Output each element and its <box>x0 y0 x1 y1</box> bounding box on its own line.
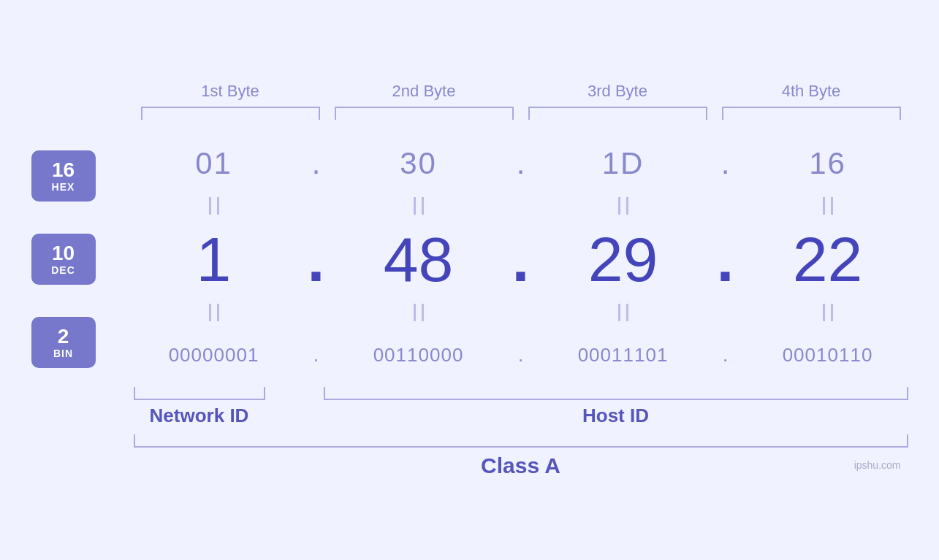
parallel-line <box>217 197 219 215</box>
network-id-bracket <box>134 387 265 400</box>
bin-byte-3: 00011101 <box>543 344 704 367</box>
top-brackets <box>134 107 908 120</box>
host-id-label: Host ID <box>582 404 649 427</box>
parallel-line <box>831 197 833 215</box>
dec-dot-1: . <box>294 228 338 291</box>
parallel-line <box>823 304 825 321</box>
bin-dot-3: . <box>704 344 748 367</box>
parallel-line <box>209 197 211 215</box>
hex-label: HEX <box>52 181 75 193</box>
dec-byte-4: 22 <box>748 228 908 291</box>
dec-row: 1 . 48 . 29 . 22 <box>134 219 908 299</box>
hex-byte-4: 16 <box>748 146 908 181</box>
dec-num: 10 <box>52 242 75 265</box>
watermark: ipshu.com <box>854 459 901 471</box>
dec-dot-3: . <box>704 228 748 291</box>
bin-label: BIN <box>53 348 73 359</box>
bin-num: 2 <box>58 326 69 348</box>
parallel-line <box>618 197 620 215</box>
parallel-line <box>626 197 628 215</box>
labels-column: 16 HEX 10 DEC 2 BIN <box>31 134 134 384</box>
parallel-2-b1 <box>134 304 294 321</box>
class-bracket-section: Class A <box>134 434 908 478</box>
dec-byte-2: 48 <box>338 228 499 291</box>
parallel-line <box>823 197 825 215</box>
parallel-line <box>831 304 833 321</box>
bin-byte-2: 00110000 <box>338 344 499 367</box>
parallel-2-b2 <box>338 304 499 321</box>
bin-byte-4: 00010110 <box>748 344 908 367</box>
parallel-line <box>422 197 424 215</box>
hex-dot-2: . <box>499 146 543 181</box>
hex-dot-3: . <box>704 146 748 181</box>
data-columns: 01 . 30 . 1D . 16 <box>134 134 908 384</box>
hex-num: 16 <box>52 159 75 182</box>
byte-header-3: 3rd Byte <box>521 82 715 101</box>
parallel-line <box>618 304 620 321</box>
class-label: Class A <box>481 453 560 478</box>
bin-dot-1: . <box>294 344 338 367</box>
hex-row: 01 . 30 . 1D . 16 <box>134 134 908 193</box>
dec-label: DEC <box>51 264 75 276</box>
parallel-row-2 <box>134 299 908 326</box>
id-brackets: Network ID Host ID <box>134 387 908 427</box>
dec-dot-2: . <box>499 228 543 291</box>
parallel-line <box>414 197 416 215</box>
top-bracket-4 <box>722 107 901 120</box>
host-id-bracket <box>324 387 908 400</box>
dec-badge: 10 DEC <box>31 234 96 285</box>
network-id-section: Network ID <box>134 387 265 427</box>
parallel-line <box>217 304 219 321</box>
network-id-label: Network ID <box>150 404 249 427</box>
dec-byte-1: 1 <box>134 228 294 291</box>
hex-byte-1: 01 <box>134 146 294 181</box>
bin-byte-1: 00000001 <box>134 344 294 367</box>
byte-header-4: 4th Byte <box>715 82 908 101</box>
rows-area: 16 HEX 10 DEC 2 BIN 01 . 30 . 1D . 16 <box>31 134 908 384</box>
bin-badge: 2 BIN <box>31 317 96 368</box>
parallel-2-b3 <box>543 304 704 321</box>
parallel-1-b4 <box>748 197 908 215</box>
parallel-line <box>422 304 424 321</box>
dec-byte-3: 29 <box>543 228 704 291</box>
class-bracket <box>134 434 908 448</box>
parallel-1-b2 <box>338 197 499 215</box>
parallel-2-b4 <box>748 304 908 321</box>
hex-byte-3: 1D <box>543 146 704 181</box>
top-bracket-1 <box>141 107 320 120</box>
hex-dot-1: . <box>294 146 338 181</box>
parallel-line <box>414 304 416 321</box>
byte-headers: 1st Byte 2nd Byte 3rd Byte 4th Byte <box>134 82 908 101</box>
bin-dot-2: . <box>499 344 543 367</box>
byte-header-2: 2nd Byte <box>327 82 521 101</box>
top-bracket-3 <box>528 107 707 120</box>
parallel-row-1 <box>134 193 908 219</box>
bin-row: 00000001 . 00110000 . 00011101 . 0001011… <box>134 326 908 384</box>
hex-byte-2: 30 <box>338 146 499 181</box>
host-id-section: Host ID <box>324 387 908 427</box>
parallel-1-b3 <box>543 197 704 215</box>
parallel-line <box>626 304 628 321</box>
top-bracket-2 <box>335 107 514 120</box>
main-container: 1st Byte 2nd Byte 3rd Byte 4th Byte 16 H… <box>31 82 908 478</box>
parallel-1-b1 <box>134 197 294 215</box>
byte-header-1: 1st Byte <box>134 82 327 101</box>
parallel-line <box>209 304 211 321</box>
hex-badge: 16 HEX <box>31 150 96 202</box>
